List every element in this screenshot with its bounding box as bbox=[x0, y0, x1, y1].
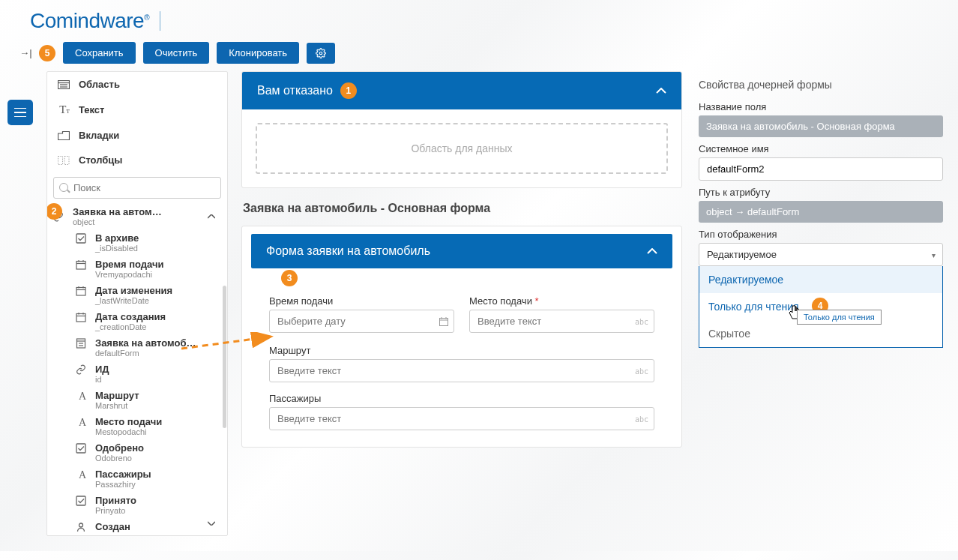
palette-tabs[interactable]: Вкладки bbox=[47, 123, 227, 148]
tree-item-sub: Odobreno bbox=[95, 454, 144, 463]
tree-root[interactable]: Заявка на автом… object bbox=[47, 203, 227, 229]
chevron-up-icon[interactable] bbox=[208, 214, 220, 219]
link-icon bbox=[76, 364, 89, 375]
svg-rect-27 bbox=[440, 318, 448, 325]
svg-rect-6 bbox=[64, 156, 69, 164]
check-icon bbox=[76, 496, 89, 506]
check-icon bbox=[76, 233, 89, 244]
display-type-select[interactable]: Редактируемое ▾ Редактируемое Только для… bbox=[699, 243, 943, 266]
expand-sidebar-button[interactable]: →| bbox=[15, 43, 36, 63]
calendar-icon[interactable] bbox=[439, 317, 448, 326]
tree-item-sub: _lastWriteDate bbox=[95, 296, 172, 305]
svg-rect-16 bbox=[76, 314, 85, 322]
tree-item[interactable]: ОдобреноOdobreno bbox=[47, 439, 227, 466]
prop-sys-label: Системное имя bbox=[699, 143, 943, 154]
tree-scrollbar[interactable] bbox=[223, 286, 226, 428]
palette-columns[interactable]: Столбцы bbox=[47, 148, 227, 172]
tree-item[interactable]: Дата изменения_lastWriteDate bbox=[47, 282, 227, 308]
tree-item-title: Создан bbox=[95, 521, 130, 532]
tree-item-sub: _isDisabled bbox=[95, 244, 139, 253]
prop-path-value: object → defaultForm bbox=[699, 201, 943, 223]
chevron-up-icon[interactable] bbox=[647, 248, 657, 254]
toolbar: →| 5 Сохранить Очистить Клонировать bbox=[0, 39, 958, 71]
save-button[interactable]: Сохранить bbox=[63, 42, 136, 64]
tree-item-sub: Passazhiry bbox=[95, 480, 151, 489]
inner-form-header[interactable]: Форма заявки на автомобиль bbox=[251, 234, 672, 268]
A-icon: A bbox=[76, 417, 89, 429]
abc-icon: abc bbox=[635, 415, 648, 423]
select-display-value[interactable]: Редактируемое bbox=[699, 243, 943, 266]
step-badge-5: 5 bbox=[39, 45, 55, 61]
palette-area[interactable]: Область bbox=[47, 72, 227, 97]
field-time-input[interactable] bbox=[269, 310, 454, 333]
chevron-up-icon[interactable] bbox=[656, 88, 666, 94]
clear-button[interactable]: Очистить bbox=[143, 42, 210, 64]
required-star: * bbox=[535, 295, 539, 307]
tree-item-title: Дата изменения bbox=[95, 285, 172, 296]
prop-name-value: Заявка на автомобиль - Основная форма bbox=[699, 115, 943, 137]
cal-icon bbox=[76, 259, 89, 270]
field-place: Место подачи * abc bbox=[469, 295, 654, 333]
tree-item-title: Дата создания bbox=[95, 311, 166, 322]
tree-item[interactable]: В архиве_isDisabled bbox=[47, 229, 227, 256]
tree-item[interactable]: AМесто подачиMestopodachi bbox=[47, 413, 227, 439]
tree-item-title: Маршрут bbox=[95, 390, 139, 401]
props-title: Свойства дочерней формы bbox=[699, 79, 943, 91]
tree-item[interactable]: Дата создания_creationDate bbox=[47, 308, 227, 334]
field-route-input[interactable] bbox=[269, 359, 654, 382]
panel-denied: Вам отказано 1 Область для данных bbox=[241, 71, 682, 188]
tree-item-sub: Marshrut bbox=[95, 401, 139, 410]
clone-button[interactable]: Клонировать bbox=[217, 42, 299, 64]
tree-item-title: Одобрено bbox=[95, 442, 144, 454]
tree-item[interactable]: ПринятоPrinyato bbox=[47, 492, 227, 518]
tree-item-sub: _creationDate bbox=[95, 322, 166, 331]
search-wrap bbox=[47, 172, 227, 203]
search-input[interactable] bbox=[53, 177, 221, 199]
expand-icon: →| bbox=[19, 47, 32, 58]
tree-item[interactable]: AМаршрутMarshrut bbox=[47, 387, 227, 413]
field-place-input[interactable] bbox=[469, 310, 654, 333]
tree-item[interactable]: Заявка на автомоб…defaultForm bbox=[47, 334, 227, 361]
prop-sys-input[interactable] bbox=[699, 157, 943, 181]
field-pass-label: Пассажиры bbox=[269, 393, 654, 404]
tree-item-title: В архиве bbox=[95, 232, 139, 244]
tree-item-title: Принято bbox=[95, 495, 136, 506]
chevron-down-icon: ▾ bbox=[932, 250, 936, 259]
option-readonly[interactable]: Только для чтения 4 Только для чтения bbox=[699, 293, 942, 320]
step-badge-3: 3 bbox=[281, 270, 298, 286]
option-editable[interactable]: Редактируемое bbox=[699, 266, 942, 293]
tree-root-title: Заявка на автом… bbox=[73, 206, 162, 217]
form-canvas: Вам отказано 1 Область для данных Заявка… bbox=[241, 71, 682, 448]
display-type-dropdown: Редактируемое Только для чтения 4 Только… bbox=[699, 266, 943, 348]
field-time-label: Время подачи bbox=[269, 295, 454, 307]
gear-icon bbox=[316, 48, 326, 58]
settings-button[interactable] bbox=[307, 43, 335, 64]
svg-rect-12 bbox=[76, 288, 85, 296]
tree-item[interactable]: Создан bbox=[47, 518, 227, 535]
svg-rect-25 bbox=[76, 496, 85, 505]
tooltip-readonly: Только для чтения bbox=[797, 310, 882, 325]
dropzone[interactable]: Область для данных bbox=[256, 123, 668, 174]
palette-text[interactable]: Tт Текст bbox=[47, 97, 227, 123]
palette-panel: Область Tт Текст Вкладки Столбцы 2 bbox=[46, 71, 228, 536]
hamburger-toggle[interactable] bbox=[7, 100, 33, 125]
panel-denied-title: Вам отказано bbox=[257, 84, 333, 97]
tree-item-title: ИД bbox=[95, 364, 109, 375]
tree-item-title: Время подачи bbox=[95, 259, 164, 270]
tree-item[interactable]: ИДid bbox=[47, 361, 227, 387]
chevron-down-icon[interactable] bbox=[208, 521, 220, 526]
tree-item[interactable]: AПассажирыPassazhiry bbox=[47, 466, 227, 492]
panel-denied-header[interactable]: Вам отказано 1 bbox=[242, 72, 681, 109]
abc-icon: abc bbox=[635, 317, 648, 325]
svg-rect-7 bbox=[76, 234, 85, 243]
attribute-tree[interactable]: 2 Заявка на автом… object В архиве_isDis… bbox=[47, 203, 227, 535]
tree-item[interactable]: Время подачиVremyapodachi bbox=[47, 256, 227, 282]
inner-form-title: Форма заявки на автомобиль bbox=[266, 244, 430, 258]
field-pass-input[interactable] bbox=[269, 407, 654, 430]
cal-icon bbox=[76, 312, 89, 322]
svg-point-26 bbox=[79, 523, 83, 527]
tree-item-sub: defaultForm bbox=[95, 349, 196, 358]
check-icon bbox=[76, 443, 89, 454]
columns-icon bbox=[58, 156, 71, 165]
prop-type-label: Тип отображения bbox=[699, 229, 943, 240]
